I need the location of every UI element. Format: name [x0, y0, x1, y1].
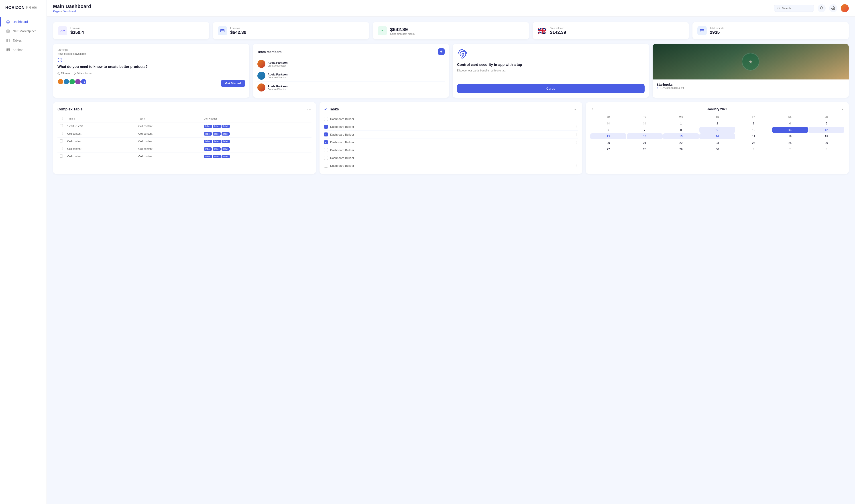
- calendar-day[interactable]: 27: [590, 146, 626, 152]
- calendar-prev-button[interactable]: ‹: [590, 107, 594, 111]
- task-name-0: Dashboard Builder: [330, 117, 570, 121]
- stat-value-1: $350.4: [70, 30, 84, 35]
- calendar-day[interactable]: 31: [627, 121, 663, 126]
- calendar-day-label: We: [663, 115, 699, 119]
- task-drag-handle-5[interactable]: ⋮⋮: [572, 156, 578, 160]
- sidebar-item-dashboard[interactable]: Dashboard: [0, 17, 47, 26]
- calendar-day[interactable]: 24: [736, 140, 771, 146]
- task-drag-handle-4[interactable]: ⋮⋮: [572, 148, 578, 152]
- get-started-button[interactable]: Get Started: [221, 80, 245, 87]
- member-dots-2[interactable]: ⋮: [441, 86, 445, 90]
- calendar-day[interactable]: 3: [736, 121, 771, 126]
- add-member-button[interactable]: +: [438, 48, 445, 55]
- calendar-day[interactable]: 17: [736, 133, 771, 139]
- sidebar-item-label-kanban: Kanban: [13, 48, 23, 52]
- calendar-day[interactable]: 18: [772, 133, 808, 139]
- calendar-day[interactable]: 23: [699, 140, 735, 146]
- calendar-day[interactable]: 11: [772, 127, 808, 133]
- svg-point-7: [833, 8, 834, 9]
- mini-avatar-2: [63, 78, 70, 85]
- label-badge: label: [204, 140, 212, 143]
- bell-icon: [820, 6, 824, 10]
- calendar-day[interactable]: 14: [627, 133, 663, 139]
- tasks-list: Dashboard Builder ⋮⋮ ✓ Dashboard Builder…: [324, 115, 578, 169]
- calendar-day[interactable]: 13: [590, 133, 626, 139]
- calendar-day[interactable]: 3: [808, 146, 844, 152]
- calendar-day[interactable]: 28: [627, 146, 663, 152]
- calendar-day[interactable]: 30: [590, 121, 626, 126]
- table-row: Cell content Cell content labellabellabe…: [57, 130, 311, 138]
- task-drag-handle-2[interactable]: ⋮⋮: [572, 133, 578, 136]
- tasks-menu-button[interactable]: ⋯: [573, 107, 578, 112]
- task-checkbox-4[interactable]: [324, 148, 328, 152]
- calendar-card: ‹ January 2022 › MoTuWeThFrSaSu 30311234…: [586, 102, 849, 174]
- calendar-day[interactable]: 16: [699, 133, 735, 139]
- calendar-grid: MoTuWeThFrSaSu 3031123456789101112131415…: [590, 115, 844, 152]
- fingerprint-icon: [457, 48, 645, 60]
- calendar-day[interactable]: 2: [772, 146, 808, 152]
- breadcrumb: Pages / Dashboard: [53, 10, 91, 13]
- earnings-course-card: Earnings New lession is available What d…: [53, 44, 249, 98]
- select-all-checkbox[interactable]: [60, 117, 63, 120]
- row-checkbox-2[interactable]: [60, 139, 63, 143]
- row-checkbox-3[interactable]: [60, 147, 63, 150]
- member-dots-0[interactable]: ⋮: [441, 62, 445, 66]
- calendar-day[interactable]: 4: [772, 121, 808, 126]
- task-checkbox-2[interactable]: ✓: [324, 132, 328, 137]
- sidebar-item-kanban[interactable]: Kanban: [0, 45, 47, 55]
- stat-icon-flag: 🇬🇧: [537, 26, 547, 35]
- calendar-day[interactable]: 10: [736, 127, 771, 133]
- calendar-day[interactable]: 5: [808, 121, 844, 126]
- calendar-day[interactable]: 2: [699, 121, 735, 126]
- calendar-day[interactable]: 1: [663, 121, 699, 126]
- calendar-day[interactable]: 8: [663, 127, 699, 133]
- calendar-day[interactable]: 1: [736, 146, 771, 152]
- label-badge: label: [221, 140, 230, 143]
- avatar[interactable]: [841, 4, 849, 12]
- notifications-button[interactable]: [818, 4, 825, 12]
- search-box[interactable]: [774, 5, 814, 12]
- calendar-next-button[interactable]: ›: [840, 107, 844, 111]
- calendar-day[interactable]: 15: [663, 133, 699, 139]
- table-menu-button[interactable]: ⋯: [307, 107, 311, 112]
- task-drag-handle-0[interactable]: ⋮⋮: [572, 117, 578, 121]
- earnings-card-sublabel: New lession is available: [57, 52, 245, 55]
- task-checkbox-6[interactable]: [324, 164, 328, 168]
- stat-value-4: $142.39: [550, 30, 566, 35]
- task-name-5: Dashboard Builder: [330, 156, 570, 160]
- task-checkbox-5[interactable]: [324, 156, 328, 160]
- calendar-day-label: Fr: [735, 115, 772, 119]
- calendar-day-label: Sa: [772, 115, 808, 119]
- task-drag-handle-1[interactable]: ⋮⋮: [572, 125, 578, 128]
- settings-button[interactable]: [829, 4, 837, 12]
- member-dots-1[interactable]: ⋮: [441, 74, 445, 78]
- label-badge: label: [204, 125, 212, 128]
- sidebar-item-nft[interactable]: NFT Marketplace: [0, 26, 47, 36]
- calendar-day[interactable]: 6: [590, 127, 626, 133]
- calendar-day[interactable]: 7: [627, 127, 663, 133]
- task-drag-handle-3[interactable]: ⋮⋮: [572, 141, 578, 144]
- calendar-day[interactable]: 30: [699, 146, 735, 152]
- calendar-day[interactable]: 20: [590, 140, 626, 146]
- team-member-row-0: Adela Parkson Creative Director ⋮: [257, 58, 445, 70]
- calendar-day[interactable]: 9: [699, 127, 735, 133]
- calendar-day[interactable]: 25: [772, 140, 808, 146]
- stat-icon-projects: [697, 26, 707, 35]
- row-checkbox-4[interactable]: [60, 155, 63, 158]
- search-input[interactable]: [782, 7, 811, 10]
- calendar-day[interactable]: 12: [808, 127, 844, 133]
- calendar-day[interactable]: 26: [808, 140, 844, 146]
- cards-button[interactable]: Cards: [457, 84, 645, 93]
- calendar-day[interactable]: 21: [627, 140, 663, 146]
- task-checkbox-0[interactable]: [324, 117, 328, 121]
- calendar-day[interactable]: 29: [663, 146, 699, 152]
- task-checkbox-3[interactable]: ✓: [324, 140, 328, 144]
- calendar-day[interactable]: 22: [663, 140, 699, 146]
- sidebar-item-tables[interactable]: Tables: [0, 36, 47, 45]
- task-checkbox-1[interactable]: ✓: [324, 125, 328, 129]
- row-checkbox-1[interactable]: [60, 132, 63, 135]
- calendar-day[interactable]: 19: [808, 133, 844, 139]
- row-checkbox-0[interactable]: [60, 124, 63, 127]
- stat-value-2: $642.39: [230, 30, 246, 35]
- task-drag-handle-6[interactable]: ⋮⋮: [572, 164, 578, 167]
